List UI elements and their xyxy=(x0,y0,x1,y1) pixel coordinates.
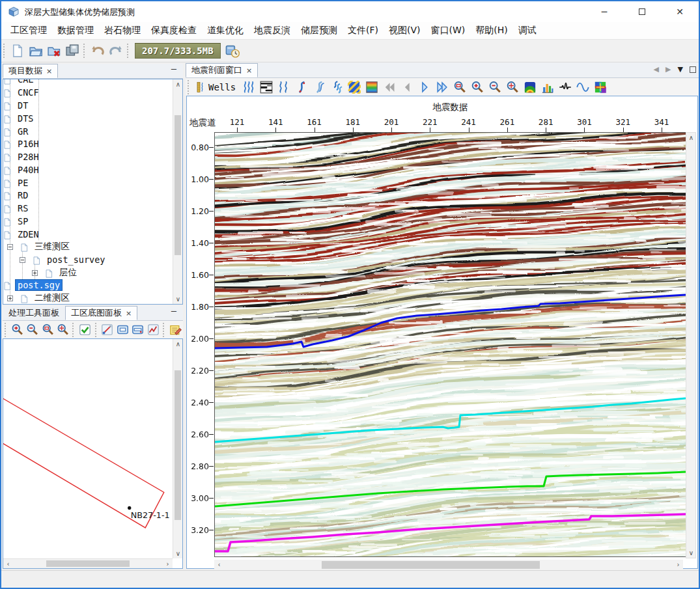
expand-icon[interactable] xyxy=(7,295,13,301)
scroll-left-icon[interactable]: ‹ xyxy=(214,560,224,569)
zoom-out-button[interactable] xyxy=(486,79,503,95)
tree-item-label[interactable]: RD xyxy=(16,190,30,200)
scroll-thumb[interactable] xyxy=(46,560,130,567)
colormap-button[interactable] xyxy=(521,79,539,95)
tree-item-label[interactable]: GR xyxy=(16,126,30,137)
menu-item-9[interactable]: 视图(V) xyxy=(384,23,426,38)
select-check-button[interactable] xyxy=(77,322,92,338)
undo-button[interactable] xyxy=(89,42,107,60)
panel-maximize-icon[interactable] xyxy=(690,66,696,73)
tree-item-label[interactable]: 层位 xyxy=(57,267,79,279)
tree-item-label[interactable]: CAL xyxy=(16,79,35,85)
go-first-button[interactable] xyxy=(380,79,398,95)
go-previous-button[interactable] xyxy=(398,79,415,95)
tree-item-[interactable]: 层位 xyxy=(3,266,79,279)
new-file-button[interactable] xyxy=(8,42,27,60)
menu-item-5[interactable]: 道集优化 xyxy=(202,23,249,38)
menu-item-2[interactable]: 数据管理 xyxy=(52,23,99,38)
tree-item-label[interactable]: CNCF xyxy=(16,87,41,98)
tree-item-label[interactable]: SP xyxy=(16,216,30,226)
close-button[interactable]: ✕ xyxy=(665,1,695,22)
tab-scroll-left-icon[interactable]: ◀ xyxy=(654,65,659,74)
menu-item-6[interactable]: 地震反演 xyxy=(249,23,296,38)
open-project-button[interactable] xyxy=(27,42,45,60)
tree-item-DT[interactable]: DT xyxy=(3,99,30,112)
go-next-button[interactable] xyxy=(415,79,433,95)
minimize-button[interactable]: ─ xyxy=(589,1,619,22)
tree-item-P40H[interactable]: P40H xyxy=(3,163,41,176)
wiggle-display-button[interactable] xyxy=(240,79,257,95)
tree-item-GR[interactable]: GR xyxy=(3,125,30,138)
density-display-button[interactable] xyxy=(257,79,275,95)
tree-item-label[interactable]: 二维测区 xyxy=(33,292,72,304)
seismic-image[interactable] xyxy=(214,132,686,557)
tree-item-postsgy[interactable]: post.sgy xyxy=(3,279,62,292)
tab-project-data[interactable]: 项目数据 × xyxy=(3,64,58,78)
tree-item-[interactable]: 二维测区 xyxy=(3,292,72,304)
map-vertical-scrollbar[interactable]: ∧ ∨ xyxy=(173,339,182,558)
redo-button[interactable] xyxy=(107,42,125,60)
collapse-icon[interactable] xyxy=(20,257,25,263)
tab-processing-tools[interactable]: 处理工具面板 xyxy=(3,306,65,320)
scroll-thumb[interactable] xyxy=(322,561,540,569)
measure-button[interactable] xyxy=(100,322,115,338)
tab-close-icon[interactable]: × xyxy=(126,309,132,318)
basemap-canvas[interactable]: NB27-1-1 xyxy=(3,339,173,558)
resource-monitor-button[interactable] xyxy=(223,42,242,60)
tree-item-label[interactable]: P16H xyxy=(16,139,41,149)
tree-item-label[interactable]: post.sgy xyxy=(16,280,62,290)
trace-curve-2-button[interactable] xyxy=(310,79,328,95)
capture-region-button[interactable] xyxy=(130,322,145,338)
zoom-in-button[interactable] xyxy=(468,79,486,95)
scroll-thumb[interactable] xyxy=(175,115,181,255)
tree-item-DTS[interactable]: DTS xyxy=(3,112,35,125)
tree-item-ZDEN[interactable]: ZDEN xyxy=(3,228,41,241)
zoom-out-button[interactable] xyxy=(25,322,40,338)
menu-item-8[interactable]: 文件(F) xyxy=(343,23,384,38)
scroll-down-icon[interactable]: ∨ xyxy=(173,294,183,304)
tree-item-RS[interactable]: RS xyxy=(3,202,30,215)
wells-button[interactable]: Wells xyxy=(194,79,240,95)
go-last-button[interactable] xyxy=(433,79,451,95)
scroll-down-icon[interactable]: ∨ xyxy=(173,549,183,558)
tree-item-RD[interactable]: RD xyxy=(3,189,30,202)
attribute-cross-button[interactable] xyxy=(591,79,609,95)
tree-item-CNCF[interactable]: CNCF xyxy=(3,86,41,99)
pattern-fill-button[interactable] xyxy=(345,79,363,95)
zoom-window-button[interactable] xyxy=(40,322,55,338)
menu-item-4[interactable]: 保真度检查 xyxy=(146,23,202,38)
scroll-right-icon[interactable]: › xyxy=(673,560,683,569)
tab-seismic-section[interactable]: 地震剖面窗口 × xyxy=(186,63,258,77)
zoom-in-button[interactable] xyxy=(10,322,25,338)
tab-list-dropdown-icon[interactable]: ▼ xyxy=(678,65,683,74)
zoom-window-button[interactable] xyxy=(451,79,468,95)
tab-basemap[interactable]: 工区底图面板× xyxy=(65,306,137,320)
expand-icon[interactable] xyxy=(32,270,38,276)
zoom-reset-button[interactable] xyxy=(503,79,521,95)
tree-item-P16H[interactable]: P16H xyxy=(3,137,41,150)
tree-item-label[interactable]: P28H xyxy=(16,152,41,162)
histogram-button[interactable] xyxy=(539,79,556,95)
panel-minimize-icon[interactable]: ─ xyxy=(169,308,179,317)
tree-item-label[interactable]: ZDEN xyxy=(16,229,41,240)
panel-minimize-icon[interactable]: ─ xyxy=(169,66,179,75)
menu-item-12[interactable]: 调试 xyxy=(513,23,542,38)
menu-item-10[interactable]: 窗口(W) xyxy=(426,23,471,38)
menu-item-11[interactable]: 帮助(H) xyxy=(470,23,512,38)
scroll-up-icon[interactable]: ∧ xyxy=(173,79,183,89)
trace-curve-button[interactable] xyxy=(292,79,310,95)
tab-close-icon[interactable]: × xyxy=(46,67,52,75)
tree-vertical-scrollbar[interactable]: ∧ ∨ xyxy=(173,79,182,304)
section-line-button[interactable] xyxy=(145,322,160,338)
well-marker[interactable] xyxy=(128,506,131,510)
tree-item-[interactable]: 三维测区 xyxy=(3,240,72,253)
tab-close-icon[interactable]: × xyxy=(246,66,252,75)
seismic-horizontal-scrollbar[interactable]: ‹ › xyxy=(214,560,683,570)
zoom-reset-button[interactable] xyxy=(55,322,70,338)
tree-item-label[interactable]: DT xyxy=(16,100,30,111)
scroll-right-icon[interactable]: › xyxy=(163,559,173,569)
multi-wave-button[interactable] xyxy=(328,79,345,95)
tree-item-P28H[interactable]: P28H xyxy=(3,150,41,163)
tab-scroll-right-icon[interactable]: ▶ xyxy=(665,65,671,74)
save-all-button[interactable] xyxy=(63,42,81,60)
